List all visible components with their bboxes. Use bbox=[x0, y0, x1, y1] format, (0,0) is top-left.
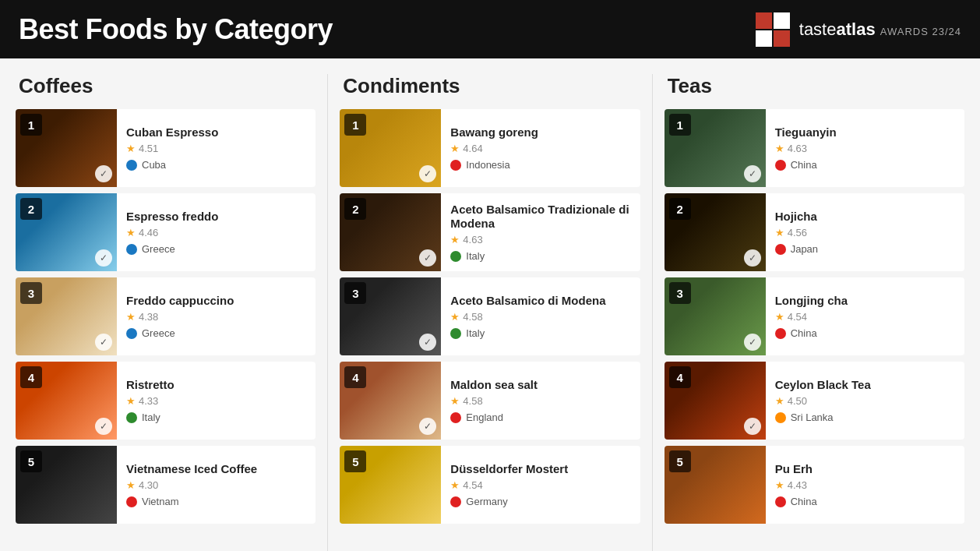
food-name: Aceto Balsamico Tradizionale di Modena bbox=[450, 203, 630, 231]
country-name: China bbox=[791, 496, 817, 507]
food-item[interactable]: 5Düsseldorfer Mostert★ 4.54Germany bbox=[340, 446, 640, 524]
star-icon: ★ bbox=[126, 479, 136, 491]
star-icon: ★ bbox=[450, 311, 460, 323]
food-check-icon: ✓ bbox=[744, 165, 761, 182]
food-info: Vietnamese Iced Coffee★ 4.30Vietnam bbox=[117, 454, 316, 515]
food-image-wrap: 3✓ bbox=[664, 277, 766, 355]
food-name: Aceto Balsamico di Modena bbox=[450, 294, 630, 308]
food-item[interactable]: 2✓Aceto Balsamico Tradizionale di Modena… bbox=[340, 193, 640, 271]
country-flag-dot bbox=[775, 328, 786, 339]
logo-cell-2 bbox=[774, 12, 790, 29]
food-rating: ★ 4.51 bbox=[126, 143, 306, 154]
star-icon: ★ bbox=[775, 395, 784, 407]
food-country: China bbox=[775, 496, 955, 507]
food-rank-badge: 4 bbox=[669, 366, 691, 388]
food-info: Maldon sea salt★ 4.58England bbox=[441, 370, 640, 431]
country-name: Italy bbox=[466, 250, 485, 262]
country-name: Germany bbox=[466, 496, 507, 507]
main-content: Coffees1✓Cuban Espresso★ 4.51Cuba2✓Espre… bbox=[0, 58, 980, 551]
food-item[interactable]: 4✓Maldon sea salt★ 4.58England bbox=[340, 362, 640, 440]
star-icon: ★ bbox=[775, 311, 784, 323]
food-check-icon: ✓ bbox=[95, 165, 112, 182]
food-image-wrap: 3✓ bbox=[16, 277, 117, 355]
food-item[interactable]: 5Vietnamese Iced Coffee★ 4.30Vietnam bbox=[16, 446, 316, 524]
food-country: Germany bbox=[450, 496, 630, 507]
food-country: Greece bbox=[126, 243, 306, 255]
food-country: Greece bbox=[126, 327, 306, 339]
country-name: England bbox=[466, 411, 503, 423]
category-title-teas: Teas bbox=[664, 74, 964, 98]
star-icon: ★ bbox=[775, 479, 784, 491]
food-rank-badge: 3 bbox=[669, 282, 691, 304]
food-item[interactable]: 2✓Espresso freddo★ 4.46Greece bbox=[16, 193, 316, 271]
food-name: Ristretto bbox=[126, 378, 306, 392]
star-icon: ★ bbox=[775, 227, 784, 238]
food-image-wrap: 4✓ bbox=[16, 362, 117, 440]
food-info: Cuban Espresso★ 4.51Cuba bbox=[117, 118, 316, 178]
country-flag-dot bbox=[126, 160, 137, 171]
food-item[interactable]: 3✓Freddo cappuccino★ 4.38Greece bbox=[16, 277, 316, 355]
logo-cell-1 bbox=[756, 12, 772, 29]
country-name: Cuba bbox=[142, 159, 166, 171]
country-flag-dot bbox=[450, 328, 461, 339]
food-country: Japan bbox=[775, 243, 955, 255]
food-item[interactable]: 1✓Bawang goreng★ 4.64Indonesia bbox=[340, 109, 640, 187]
food-rank-badge: 1 bbox=[20, 114, 42, 136]
country-flag-dot bbox=[126, 328, 137, 339]
food-item[interactable]: 1✓Tieguanyin★ 4.63China bbox=[664, 109, 964, 187]
category-col-condiments: Condiments1✓Bawang goreng★ 4.64Indonesia… bbox=[332, 74, 647, 551]
food-rating: ★ 4.38 bbox=[126, 311, 306, 323]
food-check-icon: ✓ bbox=[744, 418, 761, 435]
food-country: Italy bbox=[450, 250, 630, 262]
food-country: China bbox=[775, 159, 955, 171]
logo-cell-4 bbox=[774, 30, 790, 47]
food-name: Pu Erh bbox=[775, 462, 955, 476]
food-rating: ★ 4.30 bbox=[126, 479, 306, 491]
food-item[interactable]: 1✓Cuban Espresso★ 4.51Cuba bbox=[16, 109, 316, 187]
food-country: Indonesia bbox=[450, 159, 630, 171]
food-info: Tieguanyin★ 4.63China bbox=[766, 118, 964, 178]
food-image-wrap: 5 bbox=[664, 446, 766, 524]
header: Best Foods by Category tasteatlas AWARDS… bbox=[0, 0, 980, 58]
food-image-wrap: 4✓ bbox=[664, 362, 766, 440]
food-image-wrap: 5 bbox=[16, 446, 117, 524]
food-info: Aceto Balsamico Tradizionale di Modena★ … bbox=[441, 195, 640, 270]
food-rank-badge: 4 bbox=[344, 366, 366, 388]
food-check-icon: ✓ bbox=[744, 334, 761, 351]
country-name: Italy bbox=[466, 327, 485, 339]
food-image-wrap: 2✓ bbox=[16, 193, 117, 271]
food-item[interactable]: 3✓Longjing cha★ 4.54China bbox=[664, 277, 964, 355]
food-info: Bawang goreng★ 4.64Indonesia bbox=[441, 118, 640, 178]
food-rating: ★ 4.43 bbox=[775, 479, 955, 491]
star-icon: ★ bbox=[450, 479, 460, 491]
food-rank-badge: 2 bbox=[669, 198, 691, 220]
food-country: China bbox=[775, 327, 955, 339]
star-icon: ★ bbox=[126, 395, 136, 407]
country-name: China bbox=[791, 159, 817, 171]
food-rating: ★ 4.54 bbox=[450, 479, 630, 491]
star-icon: ★ bbox=[126, 143, 136, 154]
food-item[interactable]: 4✓Ristretto★ 4.33Italy bbox=[16, 362, 316, 440]
logo-text-wrap: tasteatlas AWARDS 23/24 bbox=[799, 19, 961, 40]
food-name: Espresso freddo bbox=[126, 210, 306, 224]
food-name: Düsseldorfer Mostert bbox=[450, 462, 630, 476]
country-name: Vietnam bbox=[142, 496, 178, 507]
country-flag-dot bbox=[775, 412, 786, 423]
star-icon: ★ bbox=[126, 227, 136, 238]
food-country: Cuba bbox=[126, 159, 306, 171]
food-rank-badge: 2 bbox=[20, 198, 42, 220]
logo-area: tasteatlas AWARDS 23/24 bbox=[756, 12, 961, 47]
food-item[interactable]: 4✓Ceylon Black Tea★ 4.50Sri Lanka bbox=[664, 362, 964, 440]
food-item[interactable]: 3✓Aceto Balsamico di Modena★ 4.58Italy bbox=[340, 277, 640, 355]
food-image-wrap: 1✓ bbox=[16, 109, 117, 187]
food-item[interactable]: 2✓Hojicha★ 4.56Japan bbox=[664, 193, 964, 271]
food-info: Longjing cha★ 4.54China bbox=[766, 286, 964, 347]
logo-awards: AWARDS 23/24 bbox=[880, 26, 961, 37]
food-item[interactable]: 5Pu Erh★ 4.43China bbox=[664, 446, 964, 524]
food-country: Italy bbox=[126, 411, 306, 423]
star-icon: ★ bbox=[450, 395, 460, 407]
food-rank-badge: 5 bbox=[344, 450, 366, 472]
food-info: Düsseldorfer Mostert★ 4.54Germany bbox=[441, 454, 640, 515]
country-name: Italy bbox=[142, 411, 160, 423]
food-name: Bawang goreng bbox=[450, 125, 630, 140]
